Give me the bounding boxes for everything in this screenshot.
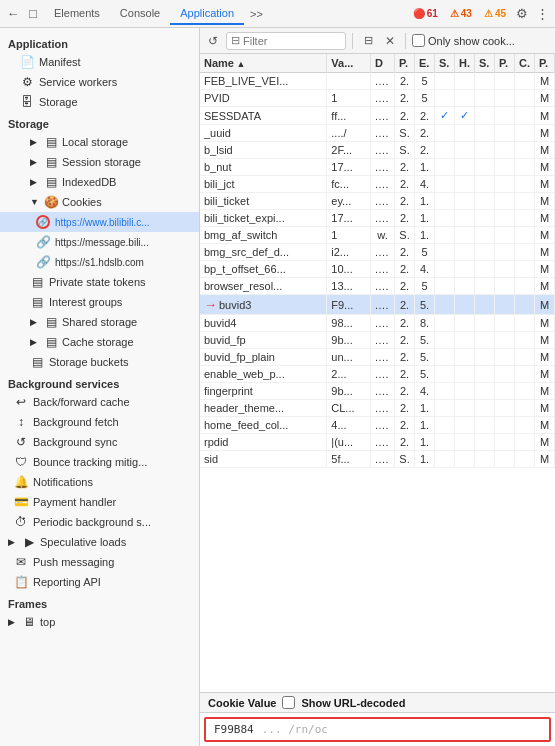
- table-row[interactable]: home_feed_col... 4... ..../ 2. 1. M: [200, 417, 555, 434]
- sidebar-group-shared-storage[interactable]: ▶ ▤ Shared storage: [0, 312, 199, 332]
- col-value[interactable]: Va...: [327, 54, 371, 73]
- table-row[interactable]: rpdid |(u... ..../ 2. 1. M: [200, 434, 555, 451]
- table-row[interactable]: PVID 1 ..../ 2. 5 M: [200, 90, 555, 107]
- cell-p3: M: [535, 210, 555, 227]
- cell-d: ..../: [371, 107, 395, 125]
- filter-input[interactable]: [243, 35, 341, 47]
- sidebar-group-local-storage[interactable]: ▶ ▤ Local storage: [0, 132, 199, 152]
- tab-application[interactable]: Application: [170, 3, 244, 25]
- sidebar-item-notifications[interactable]: 🔔 Notifications: [0, 472, 199, 492]
- table-row[interactable]: bmg_af_switch 1 w. S. 1. M: [200, 227, 555, 244]
- sidebar-item-periodic-bg[interactable]: ⏱ Periodic background s...: [0, 512, 199, 532]
- clear-button[interactable]: ✕: [381, 32, 399, 50]
- show-url-decoded-checkbox[interactable]: [282, 696, 295, 709]
- refresh-button[interactable]: ↺: [204, 32, 222, 50]
- table-row[interactable]: header_theme... CL... ..../ 2. 1. M: [200, 400, 555, 417]
- filter-box[interactable]: ⊟: [226, 32, 346, 50]
- tab-more[interactable]: >>: [244, 4, 269, 24]
- table-row[interactable]: sid 5f... ..../ S. 1. M: [200, 451, 555, 468]
- cell-name: bili_ticket: [200, 193, 327, 210]
- table-row[interactable]: bp_t_offset_66... 10... ..../ 2. 4. M: [200, 261, 555, 278]
- sidebar-group-session-storage[interactable]: ▶ ▤ Session storage: [0, 152, 199, 172]
- sidebar-item-back-forward[interactable]: ↩ Back/forward cache: [0, 392, 199, 412]
- table-row[interactable]: SESSDATA ff... ..../ 2. 2. ✓ ✓ M: [200, 107, 555, 125]
- sidebar-group-cache-storage[interactable]: ▶ ▤ Cache storage: [0, 332, 199, 352]
- table-row[interactable]: bili_ticket_expi... 17... ..../ 2. 1. M: [200, 210, 555, 227]
- table-row[interactable]: enable_web_p... 2... ..../ 2. 5. M: [200, 366, 555, 383]
- sidebar-item-bounce-tracking[interactable]: 🛡 Bounce tracking mitig...: [0, 452, 199, 472]
- sidebar-item-cookie-bilibili[interactable]: 🔗 https://www.bilibili.c...: [0, 212, 199, 232]
- sidebar-item-cookie-s1[interactable]: 🔗 https://s1.hdslb.com: [0, 252, 199, 272]
- col-s1[interactable]: S.: [435, 54, 455, 73]
- cell-h: [455, 434, 475, 451]
- sidebar-item-manifest[interactable]: 📄 Manifest: [0, 52, 199, 72]
- sidebar-item-cookie-message[interactable]: 🔗 https://message.bili...: [0, 232, 199, 252]
- table-row[interactable]: fingerprint 9b... ..../ 2. 4. M: [200, 383, 555, 400]
- sidebar-group-cookies[interactable]: ▼ 🍪 Cookies: [0, 192, 199, 212]
- sidebar-item-storage-main[interactable]: 🗄 Storage: [0, 92, 199, 112]
- equals-icon[interactable]: ⊟: [359, 32, 377, 50]
- sidebar-item-payment-handler[interactable]: 💳 Payment handler: [0, 492, 199, 512]
- col-p2[interactable]: P.: [495, 54, 515, 73]
- sidebar-item-reporting-api[interactable]: 📋 Reporting API: [0, 572, 199, 592]
- table-row[interactable]: bmg_src_def_d... i2... ..../ 2. 5 M: [200, 244, 555, 261]
- table-row[interactable]: FEB_LIVE_VEI... ..../ 2. 5 M: [200, 73, 555, 90]
- cell-name: enable_web_p...: [200, 366, 327, 383]
- sidebar-item-push-messaging[interactable]: ✉ Push messaging: [0, 552, 199, 572]
- back-icon[interactable]: ←: [4, 5, 22, 23]
- filter-icon: ⊟: [231, 34, 240, 47]
- col-d[interactable]: D: [371, 54, 395, 73]
- col-h[interactable]: H.: [455, 54, 475, 73]
- col-name[interactable]: Name: [200, 54, 327, 73]
- table-row[interactable]: →buvid3 F9... ..../ 2. 5. M: [200, 295, 555, 315]
- cell-name: buvid_fp_plain: [200, 349, 327, 366]
- col-p3[interactable]: P.: [535, 54, 555, 73]
- table-row[interactable]: _uuid ..../ ..../ S. 2. M: [200, 125, 555, 142]
- shared-storage-label: Shared storage: [62, 316, 137, 328]
- sidebar-item-interest-groups[interactable]: ▤ Interest groups: [0, 292, 199, 312]
- col-p1[interactable]: P.: [395, 54, 415, 73]
- cell-p3: M: [535, 278, 555, 295]
- only-show-checkbox[interactable]: [412, 34, 425, 47]
- sidebar-item-storage-buckets[interactable]: ▤ Storage buckets: [0, 352, 199, 372]
- gear-icon[interactable]: ⚙: [513, 5, 531, 23]
- table-row[interactable]: bili_jct fc... ..../ 2. 4. M: [200, 176, 555, 193]
- cell-s2: [475, 227, 495, 244]
- cell-e: 1.: [415, 193, 435, 210]
- table-row[interactable]: b_lsid 2F... ..../ S. 2. M: [200, 142, 555, 159]
- sidebar-item-private-state[interactable]: ▤ Private state tokens: [0, 272, 199, 292]
- tab-elements[interactable]: Elements: [44, 3, 110, 25]
- frames-section-title: Frames: [0, 592, 199, 612]
- sidebar-item-service-workers[interactable]: ⚙ Service workers: [0, 72, 199, 92]
- cell-h: [455, 142, 475, 159]
- tab-console[interactable]: Console: [110, 3, 170, 25]
- cell-h: [455, 227, 475, 244]
- more-icon[interactable]: ⋮: [533, 5, 551, 23]
- col-s2[interactable]: S.: [475, 54, 495, 73]
- sidebar-group-top-frame[interactable]: ▶ 🖥 top: [0, 612, 199, 632]
- info-count[interactable]: ⚠ 45: [479, 7, 511, 20]
- col-e[interactable]: E.: [415, 54, 435, 73]
- forward-icon[interactable]: □: [24, 5, 42, 23]
- table-row[interactable]: browser_resol... 13... ..../ 2. 5 M: [200, 278, 555, 295]
- table-row[interactable]: buvid_fp_plain un... ..../ 2. 5. M: [200, 349, 555, 366]
- table-row[interactable]: bili_ticket ey... ..../ 2. 1. M: [200, 193, 555, 210]
- cell-d: ..../: [371, 210, 395, 227]
- sidebar-item-bg-sync[interactable]: ↺ Background sync: [0, 432, 199, 452]
- col-c[interactable]: C.: [515, 54, 535, 73]
- cell-p3: M: [535, 295, 555, 315]
- cell-s2: [475, 73, 495, 90]
- sidebar-group-speculative[interactable]: ▶ ▶ Speculative loads: [0, 532, 199, 552]
- cell-value: ..../: [327, 125, 371, 142]
- table-row[interactable]: buvid_fp 9b... ..../ 2. 5. M: [200, 332, 555, 349]
- error-count[interactable]: 🔴 61: [408, 7, 443, 20]
- sidebar-item-bg-fetch[interactable]: ↕ Background fetch: [0, 412, 199, 432]
- cell-p3: M: [535, 417, 555, 434]
- cell-e: 5: [415, 73, 435, 90]
- sidebar-group-indexeddb[interactable]: ▶ ▤ IndexedDB: [0, 172, 199, 192]
- table-row[interactable]: buvid4 98... ..../ 2. 8. M: [200, 315, 555, 332]
- warning-count[interactable]: ⚠ 43: [445, 7, 477, 20]
- cell-p3: M: [535, 142, 555, 159]
- cell-p1: 2.: [395, 383, 415, 400]
- table-row[interactable]: b_nut 17... ..../ 2. 1. M: [200, 159, 555, 176]
